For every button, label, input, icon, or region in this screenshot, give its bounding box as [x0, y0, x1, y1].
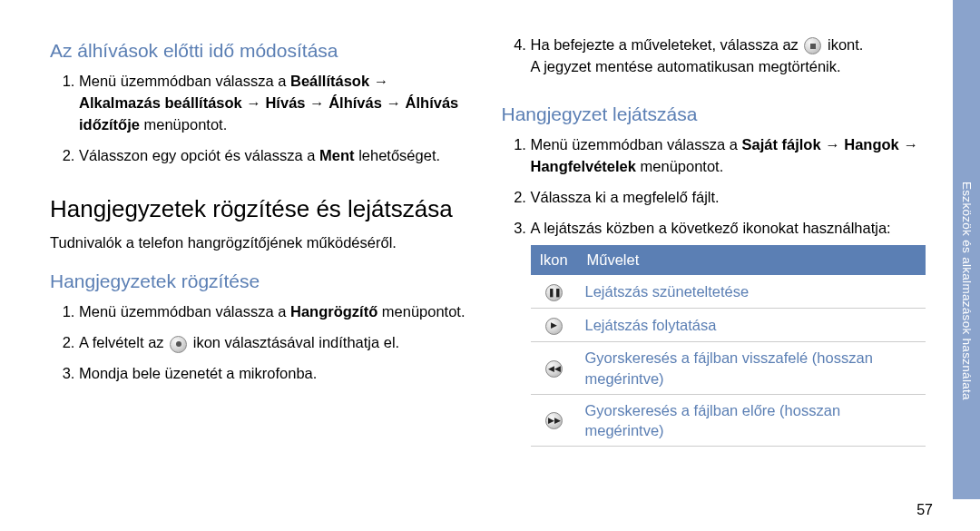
pause-icon: ❚❚: [545, 284, 563, 301]
step-item: Válassza ki a megfelelő fájlt.: [531, 187, 926, 209]
bold: Ment: [319, 147, 355, 163]
bold: Saját fájlok: [741, 136, 820, 152]
step-item: Ha befejezte a műveleteket, válassza az …: [531, 34, 926, 78]
cell-action: Lejátszás szüneteltetése: [578, 275, 926, 308]
main-heading-recording: Hangjegyzetek rögzítése és lejátszása: [50, 194, 475, 224]
record-steps: Menü üzemmódban válassza a Hangrögzítő m…: [50, 301, 475, 394]
table-row: ▶▶ Gyorskeresés a fájlban előre (hosszan…: [531, 394, 926, 447]
section-title-playback: Hangjegyzet lejátszása: [502, 103, 926, 125]
step-item: Menü üzemmódban válassza a Hangrögzítő m…: [79, 301, 475, 323]
text: menüpontot.: [140, 116, 227, 133]
arrow-icon: →: [309, 94, 325, 111]
bold: Alkalmazás beállítások: [79, 94, 242, 111]
arrow-icon: →: [374, 73, 389, 89]
text: A lejátszás közben a következő ikonokat …: [531, 220, 891, 236]
text: A jegyzet mentése automatikusan megtörté…: [531, 58, 841, 74]
text: menüpontot.: [377, 303, 465, 320]
table-row: ▶ Lejátszás folytatása: [531, 309, 926, 342]
cell-icon: ◀◀: [531, 342, 578, 395]
right-column: Ha befejezte a műveleteket, válassza az …: [502, 34, 963, 508]
section-title-record: Hangjegyzetek rögzítése: [50, 270, 475, 292]
cell-action: Lejátszás folytatása: [578, 309, 926, 342]
record-icon: [170, 336, 187, 353]
record-steps-cont: Ha befejezte a műveleteket, válassza az …: [502, 34, 926, 87]
text: lehetőséget.: [355, 147, 441, 163]
text: A felvételt az: [79, 334, 168, 350]
fakecall-steps: Menü üzemmódban válassza a Beállítások →…: [50, 71, 475, 176]
bold: Hangrögzítő: [290, 303, 377, 320]
table-row: ◀◀ Gyorskeresés a fájlban visszafelé (ho…: [531, 342, 926, 395]
rewind-icon: ◀◀: [545, 360, 563, 378]
play-icon: ▶: [545, 318, 563, 335]
section-title-fakecall-timing: Az álhívások előtti idő módosítása: [50, 40, 475, 62]
text: Menü üzemmódban válassza a: [79, 303, 290, 320]
page-number: 57: [916, 502, 933, 518]
text: ikon választásával indíthatja el.: [189, 334, 399, 350]
cell-action: Gyorskeresés a fájlban előre (hosszan me…: [578, 394, 926, 447]
page: Az álhívások előtti idő módosítása Menü …: [0, 0, 980, 531]
stop-icon: [804, 37, 821, 54]
cell-action: Gyorskeresés a fájlban visszafelé (hossz…: [578, 342, 926, 395]
arrow-icon: →: [825, 136, 840, 152]
bold: Hívás: [265, 94, 305, 111]
sidebar-chapter-label: Eszközök és alkalmazások használata: [953, 0, 980, 499]
arrow-icon: →: [903, 136, 918, 152]
cell-icon: ▶: [531, 309, 578, 342]
table-row: ❚❚ Lejátszás szüneteltetése: [531, 275, 926, 308]
step-item: Mondja bele üzenetét a mikrofonba.: [79, 363, 475, 385]
text: Ha befejezte a műveleteket, válassza az: [531, 36, 803, 53]
fastforward-icon: ▶▶: [545, 412, 563, 429]
table-header-action: Művelet: [578, 245, 926, 276]
step-item: Válasszon egy opciót és válassza a Ment …: [79, 145, 475, 167]
left-column: Az álhívások előtti idő módosítása Menü …: [50, 34, 475, 508]
text: Válasszon egy opciót és válassza a: [79, 147, 319, 163]
intro-text: Tudnivalók a telefon hangrögzítőjének mű…: [50, 232, 475, 252]
text: ikont.: [823, 36, 863, 53]
text: Menü üzemmódban válassza a: [531, 136, 742, 152]
table-header-icon: Ikon: [531, 245, 578, 276]
step-item: Menü üzemmódban válassza a Saját fájlok …: [531, 134, 926, 178]
playback-steps: Menü üzemmódban válassza a Saját fájlok …: [502, 134, 926, 457]
arrow-icon: →: [246, 94, 261, 111]
arrow-icon: →: [386, 94, 401, 111]
bold: Álhívás: [328, 94, 382, 111]
icon-action-table: Ikon Művelet ❚❚ Lejátszás szüneteltetése…: [531, 245, 926, 447]
bold: Hangok: [844, 136, 899, 152]
step-item: Menü üzemmódban válassza a Beállítások →…: [79, 71, 475, 136]
text: Menü üzemmódban válassza a: [79, 73, 290, 89]
step-item: A felvételt az ikon választásával indíth…: [79, 332, 475, 354]
cell-icon: ▶▶: [531, 394, 578, 447]
text: menüpontot.: [636, 158, 723, 174]
bold: Beállítások: [290, 73, 369, 89]
cell-icon: ❚❚: [531, 275, 578, 308]
step-item: A lejátszás közben a következő ikonokat …: [531, 218, 926, 447]
bold: Hangfelvételek: [531, 158, 636, 174]
